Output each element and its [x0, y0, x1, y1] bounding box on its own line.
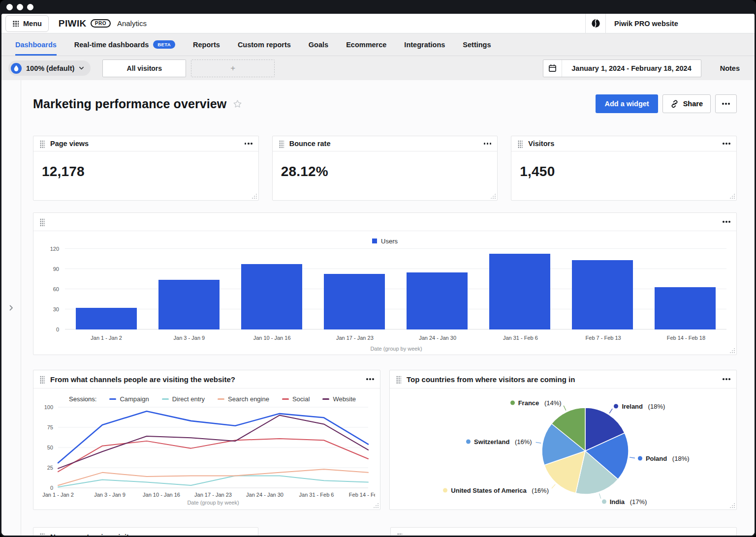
- legend-swatch: [162, 398, 169, 400]
- tab-custom-reports[interactable]: Custom reports: [238, 33, 291, 56]
- bar-chart-x-axis-title: Date (group by week): [65, 346, 727, 352]
- menu-label: Menu: [23, 20, 42, 28]
- tab-reports[interactable]: Reports: [193, 33, 220, 56]
- legend-swatch: [443, 488, 447, 493]
- tab-integrations[interactable]: Integrations: [404, 33, 445, 56]
- window-minimize-button[interactable]: [17, 4, 23, 10]
- widget-menu-button[interactable]: [484, 143, 492, 145]
- drag-handle-icon[interactable]: [397, 533, 402, 536]
- widget-menu-button[interactable]: [245, 143, 252, 145]
- date-range-text: January 1, 2024 - February 18, 2024: [562, 60, 700, 77]
- pie-label-ireland: Ireland (18%): [614, 403, 665, 410]
- widget-menu-button[interactable]: [723, 378, 730, 380]
- svg-text:75: 75: [47, 424, 53, 430]
- drag-handle-icon[interactable]: [39, 375, 45, 384]
- legend-swatch: [638, 456, 642, 461]
- widget-menu-button[interactable]: [723, 143, 730, 145]
- widget-title: New vs. returning visitors: [50, 533, 140, 536]
- y-axis-tick: 30: [53, 306, 59, 312]
- date-range-picker[interactable]: January 1, 2024 - February 18, 2024: [543, 60, 701, 77]
- users-bar-chart-widget: Users 0306090120 Jan 1 - Jan 2Jan 3 - Ja…: [33, 212, 737, 355]
- legend-item-search-engine[interactable]: Search engine: [218, 395, 269, 403]
- bar[interactable]: [489, 254, 550, 329]
- pie-label-switzerland: Switzerland (16%): [466, 438, 532, 446]
- bar[interactable]: [324, 274, 385, 329]
- chevron-right-icon: [9, 305, 13, 311]
- dashboard-more-button[interactable]: [715, 94, 737, 113]
- drag-handle-icon[interactable]: [39, 140, 45, 148]
- add-widget-button[interactable]: Add a widget: [596, 94, 658, 113]
- share-button[interactable]: Share: [662, 94, 711, 113]
- svg-text:Jan 17 - Jan 23: Jan 17 - Jan 23: [194, 492, 232, 498]
- drag-handle-icon[interactable]: [279, 140, 284, 148]
- segment-selector[interactable]: 100% (default): [8, 60, 91, 76]
- widget-menu-button[interactable]: [723, 221, 730, 223]
- favorite-star-icon[interactable]: [232, 99, 243, 109]
- tab-dashboards[interactable]: Dashboards: [15, 33, 57, 56]
- legend-swatch: [466, 440, 471, 444]
- legend-item-campaign[interactable]: Campaign: [109, 395, 149, 403]
- kpi-value: 28.12%: [281, 164, 498, 179]
- brand-logo: PIWIK PRO Analytics: [59, 18, 147, 29]
- window-close-button[interactable]: [6, 4, 13, 10]
- notes-button[interactable]: Notes: [720, 64, 740, 72]
- kpi-value: 1,450: [520, 164, 736, 179]
- drag-handle-icon[interactable]: [39, 533, 45, 536]
- y-axis-tick: 120: [50, 246, 59, 252]
- widget-title: From what channels people are visiting t…: [50, 375, 235, 384]
- resize-handle[interactable]: [490, 193, 496, 199]
- legend-item-social[interactable]: Social: [282, 395, 310, 403]
- primary-nav: Dashboards Real-time dashboards BETA Rep…: [1, 33, 755, 56]
- site-selector[interactable]: Piwik PRO website: [585, 14, 755, 33]
- pie-label-poland: Poland (18%): [638, 455, 690, 462]
- bar[interactable]: [407, 272, 468, 329]
- svg-text:Jan 3 - Jan 9: Jan 3 - Jan 9: [94, 492, 126, 498]
- kpi-card-visitors: Visitors 1,450: [511, 136, 737, 201]
- line-series-direct-entry[interactable]: [58, 476, 368, 487]
- add-filter-button[interactable]: +: [191, 60, 275, 77]
- audience-filter-button[interactable]: All visitors: [102, 60, 186, 77]
- segment-label: 100% (default): [26, 64, 74, 72]
- drag-handle-icon[interactable]: [396, 375, 401, 384]
- tab-goals[interactable]: Goals: [309, 33, 328, 56]
- resize-handle[interactable]: [252, 193, 257, 199]
- calendar-icon-box[interactable]: [543, 60, 562, 77]
- bottom-widgets-row: New vs. returning visitors: [33, 527, 737, 536]
- x-axis-tick: Feb 7 - Feb 13: [562, 335, 645, 341]
- bar[interactable]: [158, 280, 220, 329]
- legend-item-website[interactable]: Website: [322, 395, 356, 403]
- window-zoom-button[interactable]: [27, 4, 33, 10]
- widget-menu-button[interactable]: [366, 378, 374, 380]
- sidebar-expand-button[interactable]: [9, 305, 13, 311]
- kpi-title: Page views: [50, 140, 89, 148]
- legend-item-direct-entry[interactable]: Direct entry: [162, 395, 205, 403]
- tab-real-time-dashboards[interactable]: Real-time dashboards BETA: [74, 33, 175, 56]
- y-axis-tick: 60: [53, 286, 59, 292]
- bar-chart-legend[interactable]: Users: [42, 235, 727, 247]
- drag-handle-icon[interactable]: [517, 140, 523, 148]
- legend-swatch: [614, 404, 618, 409]
- tab-settings[interactable]: Settings: [463, 33, 491, 56]
- svg-text:25: 25: [47, 465, 53, 471]
- collapsed-sidebar-rail: [1, 80, 21, 536]
- bar[interactable]: [655, 287, 716, 329]
- kpi-value: 12,178: [42, 164, 258, 179]
- bar[interactable]: [572, 260, 633, 329]
- line-series-social[interactable]: [58, 439, 368, 472]
- bottom-right-widget: [390, 527, 737, 536]
- tab-ecommerce[interactable]: Ecommerce: [346, 33, 386, 56]
- chevron-down-icon: [79, 65, 84, 71]
- y-axis-tick: 0: [56, 327, 59, 332]
- dashboard-title-row: Marketing performance overview Add a wid…: [33, 93, 737, 115]
- app-header: Menu PIWIK PRO Analytics Piwik PRO websi…: [1, 14, 755, 33]
- resize-handle[interactable]: [729, 193, 735, 199]
- svg-text:Jan 24 - Jan 30: Jan 24 - Jan 30: [246, 492, 284, 498]
- beta-badge: BETA: [153, 40, 175, 49]
- menu-button[interactable]: Menu: [5, 15, 49, 32]
- drag-handle-icon[interactable]: [39, 218, 45, 226]
- line-chart-svg: 0255075100Jan 1 - Jan 2Jan 3 - Jan 9Jan …: [40, 404, 375, 506]
- bar[interactable]: [76, 308, 137, 329]
- line-series-campaign[interactable]: [58, 411, 368, 463]
- line-series-search-engine[interactable]: [58, 469, 368, 485]
- bar[interactable]: [241, 264, 302, 329]
